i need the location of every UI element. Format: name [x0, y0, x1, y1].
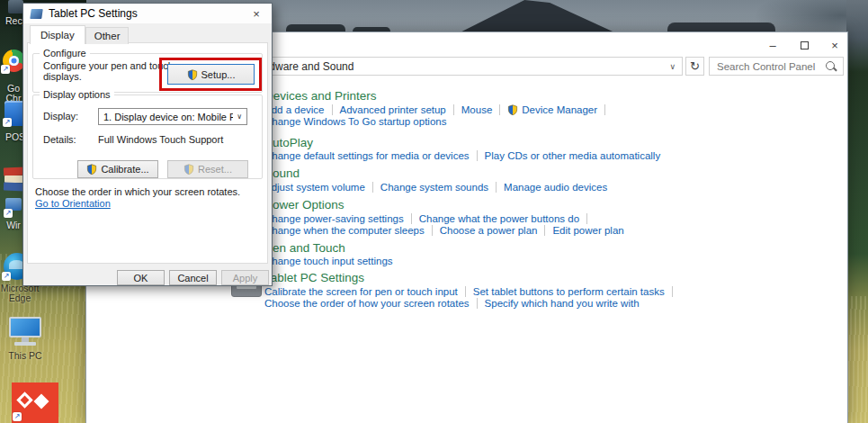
wallpaper-right-strip [846, 0, 868, 423]
link-adjust-volume[interactable]: Adjust system volume [264, 182, 365, 193]
tab-other[interactable]: Other [85, 27, 130, 44]
section-pen-and-touch[interactable]: Pen and Touch [264, 241, 345, 255]
details-value: Full Windows Touch Support [98, 134, 223, 145]
desktop-screen: Recy ↗ Go Chr ↗ POS ↗ Wir ↗ Microsoft Ed… [0, 0, 868, 423]
recycle-bin-icon[interactable] [8, 0, 23, 14]
link-separator [586, 213, 587, 224]
link-row: Adjust system volume Change system sound… [264, 182, 607, 193]
link-which-hand[interactable]: Specify which hand you write with [485, 298, 640, 309]
diamond-solid [34, 394, 49, 410]
link-separator [453, 104, 454, 115]
link-manage-audio[interactable]: Manage audio devices [504, 182, 607, 193]
link-separator [544, 225, 545, 236]
go-to-orientation-link[interactable]: Go to Orientation [35, 198, 111, 209]
link-screen-rotates[interactable]: Choose the order of how your screen rota… [264, 298, 470, 309]
link-play-cds[interactable]: Play CDs or other media automatically [485, 150, 661, 161]
link-separator [496, 182, 497, 193]
reset-button: Reset... [167, 160, 248, 178]
link-row: Add a device Advanced printer setup Mous… [264, 104, 613, 115]
link-separator [477, 298, 478, 309]
chevron-down-icon: ∨ [233, 112, 242, 121]
shortcut-arrow-icon: ↗ [1, 65, 10, 74]
details-label: Details: [43, 134, 76, 145]
dialog-tab-page: Configure Configure your pen and touch d… [27, 42, 268, 264]
search-box[interactable] [709, 57, 844, 76]
link-separator [372, 182, 373, 193]
setup-button-label: Setup... [201, 69, 236, 80]
link-separator [332, 104, 333, 115]
maximize-button[interactable] [791, 36, 818, 54]
this-pc-label: This PC [4, 350, 47, 361]
section-tablet-pc-settings[interactable]: Tablet PC Settings [264, 271, 364, 284]
link-separator [499, 104, 500, 115]
link-edit-power-plan[interactable]: Edit power plan [552, 225, 623, 236]
tablet-pc-settings-dialog: Tablet PC Settings × Display Other Confi… [22, 3, 273, 286]
rotation-text: Choose the order in which your screen ro… [35, 186, 240, 197]
link-computer-sleeps[interactable]: Change when the computer sleeps [264, 225, 425, 236]
link-change-sounds[interactable]: Change system sounds [380, 182, 488, 193]
shortcut-arrow-icon: ↗ [4, 209, 13, 218]
link-row: Calibrate the screen for pen or touch in… [264, 286, 680, 297]
uac-shield-icon [86, 164, 97, 175]
shortcut-arrow-icon: ↗ [3, 118, 12, 127]
link-tablet-buttons[interactable]: Set tablet buttons to perform certain ta… [473, 286, 665, 297]
link-touch-input[interactable]: Change touch input settings [264, 256, 393, 266]
link-separator [477, 150, 478, 161]
display-options-legend: Display options [40, 89, 114, 100]
setup-button[interactable]: Setup... [167, 64, 255, 85]
link-row: Change when the computer sleeps Choose a… [264, 225, 624, 236]
section-power-options[interactable]: Power Options [264, 198, 345, 212]
edge-label-line2: Edge [0, 292, 43, 303]
chevron-down-icon[interactable]: ∨ [669, 62, 682, 71]
ok-button[interactable]: OK [117, 270, 165, 285]
link-power-buttons[interactable]: Change what the power buttons do [419, 213, 579, 224]
link-separator [432, 225, 433, 236]
uac-shield-icon [187, 69, 198, 80]
tab-display[interactable]: Display [30, 25, 85, 44]
link-separator [411, 213, 412, 224]
link-add-a-device[interactable]: Add a device [264, 104, 325, 115]
link-device-manager[interactable]: Device Manager [522, 104, 597, 115]
cancel-button[interactable]: Cancel [169, 270, 217, 285]
link-row: Change Windows To Go startup options [264, 116, 446, 127]
dialog-close-button[interactable]: × [241, 4, 272, 23]
link-row: Choose the order of how your screen rota… [264, 298, 640, 309]
configure-text-line1: Configure your pen and touch [43, 60, 174, 71]
dialog-title: Tablet PC Settings [49, 7, 138, 20]
configure-legend: Configure [40, 48, 90, 58]
calibrate-button-label: Calibrate... [101, 164, 148, 175]
display-dropdown[interactable]: 1. Display device on: Mobile PC Displa ∨ [98, 108, 247, 125]
section-devices-printers[interactable]: Devices and Printers [264, 89, 377, 103]
calibrate-button[interactable]: Calibrate... [77, 160, 158, 178]
link-choose-power-plan[interactable]: Choose a power plan [440, 225, 538, 236]
tablet-pc-icon [30, 9, 43, 19]
monitor-base [14, 342, 36, 346]
diamond-outline [16, 392, 32, 408]
link-calibrate-screen[interactable]: Calibrate the screen for pen or touch in… [264, 286, 458, 297]
link-power-saving[interactable]: Change power-saving settings [264, 213, 404, 224]
minimize-button[interactable]: – [759, 36, 786, 54]
close-button[interactable]: × [821, 36, 848, 54]
link-mouse[interactable]: Mouse [461, 104, 493, 115]
refresh-button[interactable]: ↻ [685, 57, 704, 76]
dialog-titlebar[interactable]: Tablet PC Settings × [23, 4, 272, 23]
display-label: Display: [43, 111, 78, 122]
this-pc-icon[interactable] [7, 317, 43, 347]
apply-button: Apply [221, 270, 269, 285]
link-separator [672, 286, 673, 297]
address-bar[interactable]: Hardware and Sound ∨ [221, 57, 683, 76]
reset-button-label: Reset... [198, 164, 232, 175]
link-default-media-settings[interactable]: Change default settings for media or dev… [264, 150, 470, 161]
link-row: Change default settings for media or dev… [264, 150, 660, 161]
link-windows-to-go[interactable]: Change Windows To Go startup options [264, 116, 446, 127]
search-input[interactable] [710, 61, 825, 72]
uac-shield-icon [183, 164, 194, 175]
uac-shield-icon [507, 104, 518, 115]
shortcut-arrow-icon: ↗ [13, 412, 22, 421]
search-icon [825, 60, 837, 73]
monitor-screen [9, 317, 41, 338]
link-row: Change touch input settings [264, 256, 393, 266]
display-dropdown-value: 1. Display device on: Mobile PC Displa [103, 112, 233, 122]
link-advanced-printer-setup[interactable]: Advanced printer setup [340, 104, 446, 115]
configure-text-line2: displays. [43, 71, 82, 82]
